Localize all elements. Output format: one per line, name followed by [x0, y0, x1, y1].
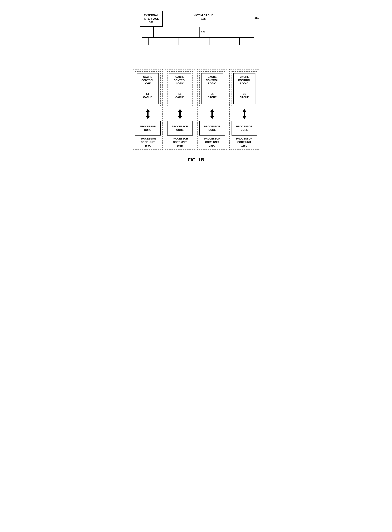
victim-cache-ref: 185: [194, 17, 213, 21]
victim-cache-box: VICTIM CACHE 185: [188, 11, 219, 23]
victim-cache-label: VICTIM CACHE: [194, 13, 213, 17]
external-interface-label: EXTERNAL INTERFACE: [144, 13, 159, 20]
external-interface-box: EXTERNAL INTERFACE 180: [140, 11, 163, 27]
external-interface-ref: 180: [144, 20, 159, 24]
connections-svg: 175: [133, 27, 259, 139]
ref-150-label: 150: [255, 16, 259, 19]
ref-175-text: 175: [201, 31, 205, 33]
fig-label: FIG. 1B: [133, 157, 259, 163]
diagram-page: 150 EXTERNAL INTERFACE 180 VICTIM CACHE …: [126, 4, 267, 174]
